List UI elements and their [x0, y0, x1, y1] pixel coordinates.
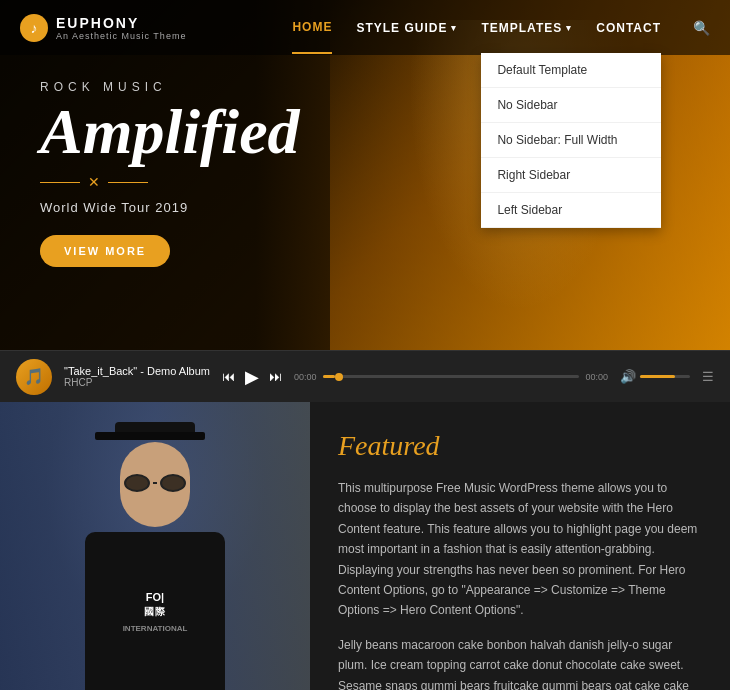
volume-fill	[640, 375, 675, 378]
hero-divider: ✕	[40, 174, 300, 190]
main-content: FO| 國際 INTERNATIONAL Featured This multi…	[0, 402, 730, 690]
volume-icon[interactable]: 🔊	[620, 369, 636, 384]
navigation: ♪ EUPHONY An Aesthetic Music Theme HOME …	[0, 0, 730, 55]
content-left-image: FO| 國際 INTERNATIONAL	[0, 402, 310, 690]
player-info: "Take_it_Back" - Demo Album RHCP	[64, 365, 210, 388]
profile-image: FO| 國際 INTERNATIONAL	[0, 402, 310, 690]
player-artist: RHCP	[64, 377, 210, 388]
dropdown-item-no-sidebar-fw[interactable]: No Sidebar: Full Width	[481, 123, 661, 158]
volume-control: 🔊	[620, 369, 690, 384]
progress-dot	[335, 373, 343, 381]
hero-cta-button[interactable]: VIEW MORE	[40, 235, 170, 267]
hero-title: Amplified	[40, 100, 300, 164]
playlist-icon[interactable]: ☰	[702, 369, 714, 384]
templates-dropdown-menu: Default Template No Sidebar No Sidebar: …	[481, 53, 661, 228]
player-avatar: 🎵	[16, 359, 52, 395]
progress-bar[interactable]	[323, 375, 580, 378]
player-next-button[interactable]: ⏭	[269, 369, 282, 384]
volume-bar[interactable]	[640, 375, 690, 378]
content-right: Featured This multipurpose Free Music Wo…	[310, 402, 730, 690]
featured-title: Featured	[338, 430, 702, 462]
player-time-total: 00:00	[585, 372, 608, 382]
chevron-down-icon: ▾	[451, 23, 457, 33]
hero-content: ROCK MUSIC Amplified ✕ World Wide Tour 2…	[40, 80, 300, 267]
brand-subtitle: An Aesthetic Music Theme	[56, 31, 186, 41]
nav-style-guide[interactable]: STYLE GUIDE ▾	[356, 3, 457, 53]
logo-icon: ♪	[20, 14, 48, 42]
nav-home[interactable]: HOME	[292, 2, 332, 54]
audio-player: 🎵 "Take_it_Back" - Demo Album RHCP ⏮ ▶ ⏭…	[0, 350, 730, 402]
dropdown-item-left-sidebar[interactable]: Left Sidebar	[481, 193, 661, 228]
dropdown-item-no-sidebar[interactable]: No Sidebar	[481, 88, 661, 123]
chevron-down-icon: ▾	[566, 23, 572, 33]
hero-tour: World Wide Tour 2019	[40, 200, 300, 215]
brand-title: EUPHONY	[56, 15, 186, 31]
nav-contact[interactable]: CONTACT	[596, 3, 661, 53]
nav-links: HOME STYLE GUIDE ▾ TEMPLATES ▾ Default T…	[292, 2, 710, 54]
player-track: "Take_it_Back" - Demo Album	[64, 365, 210, 377]
featured-paragraph-1: This multipurpose Free Music WordPress t…	[338, 478, 702, 621]
brand: ♪ EUPHONY An Aesthetic Music Theme	[20, 14, 186, 42]
divider-icon: ✕	[88, 174, 100, 190]
divider-line-right	[108, 182, 148, 183]
player-prev-button[interactable]: ⏮	[222, 369, 235, 384]
templates-dropdown-wrapper: TEMPLATES ▾ Default Template No Sidebar …	[481, 3, 572, 53]
player-time-elapsed: 00:00	[294, 372, 317, 382]
player-progress[interactable]: 00:00 00:00	[294, 372, 608, 382]
player-controls: ⏮ ▶ ⏭	[222, 366, 282, 388]
dropdown-item-default[interactable]: Default Template	[481, 53, 661, 88]
hero-subtitle: ROCK MUSIC	[40, 80, 300, 94]
dropdown-item-right-sidebar[interactable]: Right Sidebar	[481, 158, 661, 193]
player-play-button[interactable]: ▶	[245, 366, 259, 388]
nav-templates[interactable]: TEMPLATES ▾	[481, 3, 572, 53]
brand-text: EUPHONY An Aesthetic Music Theme	[56, 15, 186, 41]
divider-line-left	[40, 182, 80, 183]
featured-paragraph-2: Jelly beans macaroon cake bonbon halvah …	[338, 635, 702, 690]
search-icon[interactable]: 🔍	[693, 20, 710, 36]
progress-fill	[323, 375, 336, 378]
